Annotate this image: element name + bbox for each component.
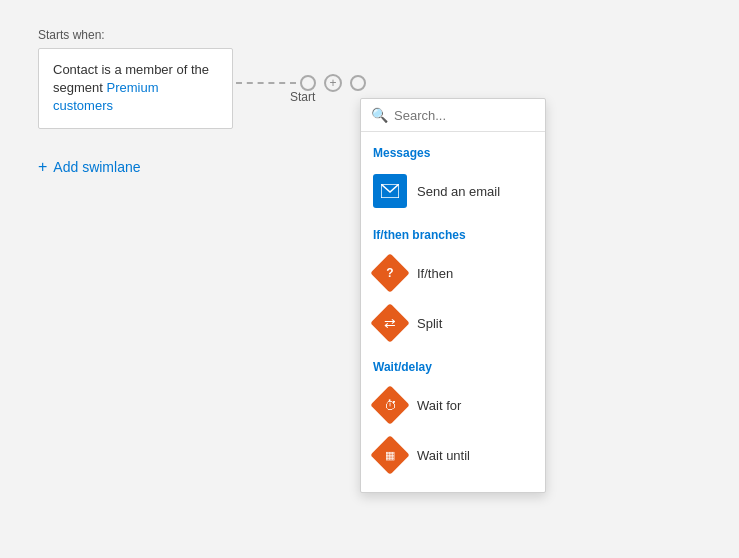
circle-node-2 [350, 75, 366, 91]
panel-content[interactable]: Messages Send an email If/then branches [361, 132, 545, 492]
menu-item-wait-until[interactable]: ▦ Wait until [361, 430, 545, 480]
search-bar: 🔍 [361, 99, 545, 132]
search-input[interactable] [394, 108, 562, 123]
add-swimlane-button[interactable]: + Add swimlane [38, 158, 141, 176]
section-label-wait: Wait/delay [361, 356, 545, 380]
action-panel: 🔍 Messages Send an email If/then branc [360, 98, 546, 493]
email-icon [373, 174, 407, 208]
circle-node-1 [300, 75, 316, 91]
trigger-box: Contact is a member of the segment Premi… [38, 48, 233, 129]
start-label: Start [290, 90, 315, 104]
menu-item-split[interactable]: ⇄ Split [361, 298, 545, 348]
if-then-icon: ? [373, 256, 407, 290]
menu-item-wait-for[interactable]: ⏱ Wait for [361, 380, 545, 430]
send-email-label: Send an email [417, 184, 500, 199]
menu-item-if-then[interactable]: ? If/then [361, 248, 545, 298]
add-swimlane-label: Add swimlane [53, 159, 140, 175]
wait-until-label: Wait until [417, 448, 470, 463]
menu-item-send-email[interactable]: Send an email [361, 166, 545, 216]
wait-until-icon: ▦ [373, 438, 407, 472]
dashed-line [236, 82, 296, 84]
split-icon: ⇄ [373, 306, 407, 340]
circle-plus-node[interactable]: + [324, 74, 342, 92]
section-label-ifthen: If/then branches [361, 224, 545, 248]
plus-icon: + [38, 158, 47, 176]
search-icon: 🔍 [371, 107, 388, 123]
if-then-label: If/then [417, 266, 453, 281]
starts-when-label: Starts when: [38, 28, 105, 42]
section-label-messages: Messages [361, 142, 545, 166]
wait-for-icon: ⏱ [373, 388, 407, 422]
canvas: Starts when: Contact is a member of the … [0, 0, 739, 558]
split-label: Split [417, 316, 442, 331]
wait-for-label: Wait for [417, 398, 461, 413]
